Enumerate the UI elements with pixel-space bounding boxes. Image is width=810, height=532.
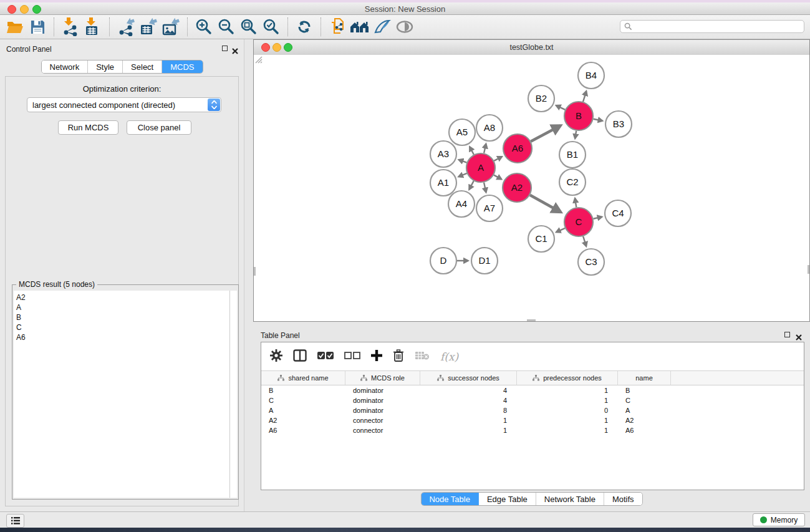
tab-mcds[interactable]: MCDS — [162, 60, 202, 73]
cell-mcds-role: dominator — [345, 405, 420, 415]
network-view-window: testGlobe.txt B4B2BB3A5A8A6B1A3AC2A1A2A4… — [253, 39, 810, 322]
task-history-button[interactable] — [6, 514, 24, 528]
tab-motifs[interactable]: Motifs — [604, 493, 642, 505]
window-title: Session: New Session — [0, 4, 810, 14]
zoom-out-button[interactable] — [215, 17, 238, 37]
open-file-button[interactable] — [4, 17, 26, 37]
result-item[interactable]: A2 — [16, 293, 230, 302]
result-item[interactable]: A6 — [16, 332, 230, 342]
close-panel-icon[interactable] — [796, 332, 803, 339]
apply-style-button[interactable] — [371, 17, 393, 37]
table-row[interactable]: A2 connector 1 1 A2 — [261, 415, 804, 425]
column-label: name — [635, 374, 653, 382]
column-header-filler — [671, 371, 804, 385]
import-table-icon — [85, 17, 101, 36]
tab-style[interactable]: Style — [88, 60, 123, 73]
eye-icon — [395, 20, 414, 34]
import-network-icon — [62, 17, 79, 36]
zoom-in-button[interactable] — [193, 17, 215, 37]
tab-network[interactable]: Network — [41, 60, 88, 73]
close-panel-button[interactable]: Close panel — [127, 120, 191, 135]
svg-text:C1: C1 — [535, 233, 547, 244]
run-mcds-button[interactable]: Run MCDS — [58, 120, 118, 135]
export-network-button[interactable] — [115, 17, 137, 37]
cell-predecessor-nodes: 1 — [517, 395, 618, 405]
column-label: MCDS role — [371, 374, 405, 382]
tab-edge-table[interactable]: Edge Table — [479, 493, 536, 505]
columns-icon — [293, 349, 307, 362]
shared-column-icon — [437, 375, 444, 381]
result-scrollbar[interactable] — [229, 291, 237, 498]
result-item[interactable]: C — [16, 322, 230, 332]
deselect-all-button[interactable] — [344, 351, 360, 362]
column-header-shared-name[interactable]: shared name — [261, 371, 345, 385]
memory-status-icon — [760, 516, 767, 523]
toolbar-separator — [109, 17, 110, 36]
table-panel-title: Table Panel — [261, 331, 300, 340]
function-builder-button[interactable]: f(x) — [440, 351, 458, 363]
svg-text:B: B — [576, 110, 582, 121]
select-all-button[interactable] — [317, 351, 334, 362]
cell-predecessor-nodes: 1 — [517, 385, 618, 395]
apply-layout-button[interactable] — [293, 17, 316, 37]
control-panel: Control Panel Network Style Select MCDS … — [0, 39, 244, 511]
memory-button[interactable]: Memory — [753, 513, 805, 526]
shared-column-icon — [533, 375, 539, 381]
export-table-button[interactable] — [137, 17, 160, 37]
right-scroll-thumb[interactable] — [808, 265, 809, 274]
float-panel-icon[interactable] — [222, 46, 229, 52]
search-icon — [624, 22, 632, 31]
network-canvas[interactable]: B4B2BB3A5A8A6B1A3AC2A1A2A4A7C4CC1C3DD1 — [254, 55, 809, 321]
delete-table-button[interactable] — [415, 351, 430, 363]
import-table-button[interactable] — [82, 17, 104, 37]
show-hide-button[interactable] — [393, 17, 416, 37]
result-item[interactable]: A — [16, 302, 230, 312]
table-row[interactable]: A dominator 8 0 A — [261, 405, 804, 415]
tab-network-table[interactable]: Network Table — [536, 493, 604, 505]
zoom-fit-icon — [240, 18, 258, 36]
cell-successor-nodes: 1 — [420, 425, 517, 435]
mcds-result-list[interactable]: A2 A B C A6 — [14, 291, 230, 498]
cell-name: C — [618, 395, 671, 405]
add-column-button[interactable] — [371, 350, 382, 364]
close-panel-icon[interactable] — [232, 46, 239, 52]
svg-text:C3: C3 — [585, 256, 597, 267]
left-scroll-thumb[interactable] — [254, 267, 256, 276]
bottom-scroll-thumb[interactable] — [527, 319, 536, 321]
column-header-successor-nodes[interactable]: successor nodes — [420, 371, 517, 385]
search-input[interactable] — [632, 21, 804, 32]
zoom-selected-button[interactable] — [260, 17, 282, 37]
table-row[interactable]: B dominator 4 1 B — [261, 385, 804, 395]
column-label: shared name — [288, 374, 328, 382]
network-titlebar[interactable]: testGlobe.txt — [254, 40, 809, 56]
open-folder-icon — [6, 19, 24, 34]
import-network-button[interactable] — [59, 17, 82, 37]
resize-grip-icon[interactable] — [254, 55, 263, 64]
table-row[interactable]: C dominator 4 1 C — [261, 395, 804, 405]
criterion-select[interactable]: largest connected component (directed) — [27, 97, 221, 112]
save-session-button[interactable] — [26, 17, 49, 37]
table-row[interactable]: A6 connector 1 1 A6 — [261, 425, 804, 435]
result-item[interactable]: B — [16, 312, 230, 322]
cell-shared-name: A2 — [261, 415, 345, 425]
mcds-panel: Optimization criterion: largest connecte… — [5, 76, 239, 506]
export-table-icon — [140, 17, 157, 36]
delete-column-button[interactable] — [393, 349, 404, 364]
export-image-button[interactable] — [160, 17, 182, 37]
copy-network-button[interactable] — [326, 17, 349, 37]
first-neighbors-button[interactable] — [349, 17, 371, 37]
column-header-name[interactable]: name — [618, 371, 671, 385]
column-header-predecessor-nodes[interactable]: predecessor nodes — [517, 371, 618, 385]
toolbar-separator — [321, 17, 321, 36]
table-settings-button[interactable] — [270, 349, 282, 364]
column-header-mcds-role[interactable]: MCDS role — [345, 371, 420, 385]
tab-select[interactable]: Select — [123, 60, 162, 73]
float-panel-icon[interactable] — [784, 332, 791, 339]
network-graph[interactable]: B4B2BB3A5A8A6B1A3AC2A1A2A4A7C4CC1C3DD1 — [254, 55, 809, 321]
svg-text:B3: B3 — [613, 118, 624, 129]
cell-successor-nodes: 4 — [420, 395, 517, 405]
svg-text:A: A — [478, 162, 484, 173]
column-manager-button[interactable] — [293, 349, 307, 364]
zoom-fit-button[interactable] — [238, 17, 260, 37]
tab-node-table[interactable]: Node Table — [421, 493, 479, 505]
